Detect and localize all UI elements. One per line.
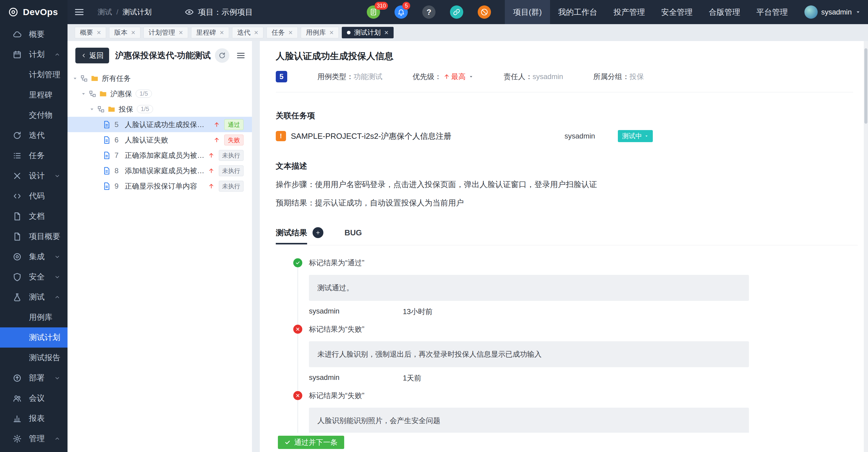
sidebar-item-overview[interactable]: 概要 <box>0 24 67 44</box>
test-case-icon <box>102 136 111 144</box>
tree-node-huhuibao[interactable]: 沪惠保 1/5 <box>67 86 252 102</box>
result-meta: sysadmin 13小时前 <box>309 307 858 316</box>
test-case-icon <box>102 151 111 160</box>
test-case-row[interactable]: 9 正确显示投保订单内容 未执行 <box>67 178 252 194</box>
sidebar-item-label: 集成 <box>29 251 44 262</box>
related-task-link[interactable]: SAMPLE-PROJECT-i2s2-沪惠保个人信息注册 <box>291 131 452 142</box>
hamburger-icon[interactable] <box>74 7 84 17</box>
tab-bug[interactable]: BUG <box>344 228 362 237</box>
breadcrumb-parent[interactable]: 测试 <box>98 7 112 17</box>
case-label: 正确显示投保订单内容 <box>125 181 206 191</box>
result-comment: 未进行人脸识别，强制退出后，再次登录时投保人信息显示已成功输入 <box>309 341 749 367</box>
active-tab-dot <box>347 31 350 34</box>
quick-link-button[interactable] <box>450 5 463 19</box>
close-tab-icon[interactable]: × <box>220 29 224 36</box>
sidebar-item-tasks[interactable]: 任务 <box>0 145 67 166</box>
todo-list-button[interactable]: 310 <box>367 5 380 19</box>
close-tab-icon[interactable]: × <box>131 29 135 36</box>
sidebar-item-deliverables[interactable]: 交付物 <box>0 105 67 125</box>
file-icon <box>13 232 22 241</box>
sidebar-group-security[interactable]: 安全 <box>0 267 67 287</box>
sidebar-item-iteration[interactable]: 迭代 <box>0 125 67 145</box>
sidebar-item-reports[interactable]: 报表 <box>0 408 67 428</box>
test-case-row[interactable]: 5 人脸认证成功生成投保人信... 通过 <box>67 117 252 132</box>
pass-and-next-button[interactable]: 通过并下一条 <box>278 436 344 449</box>
help-button[interactable]: ? <box>422 5 435 19</box>
sidebar-item-project-summary[interactable]: 项目概要 <box>0 226 67 247</box>
footer-action-bar: 通过并下一条 <box>260 433 864 452</box>
sidebar-item-meetings[interactable]: 会议 <box>0 388 67 408</box>
close-tab-icon[interactable]: × <box>384 29 389 36</box>
add-result-button[interactable] <box>313 227 323 238</box>
tab-plan-management[interactable]: 计划管理 × <box>144 27 188 38</box>
result-entry-head: 标记结果为“失败” <box>293 391 858 400</box>
sidebar-group-test[interactable]: 测试 <box>0 287 67 307</box>
caret-down-icon <box>81 91 86 96</box>
tree-panel-menu-icon[interactable] <box>236 51 245 60</box>
app-logo[interactable]: DevOps <box>0 0 67 24</box>
sidebar-group-deploy[interactable]: 部署 <box>0 368 67 388</box>
case-id: 9 <box>115 182 125 190</box>
nav-item-release-mgmt[interactable]: 投产管理 <box>606 0 653 24</box>
tab-overview[interactable]: 概要 × <box>75 27 106 38</box>
sidebar-item-label: 报表 <box>29 413 44 424</box>
description-heading: 文本描述 <box>276 161 858 171</box>
notification-count-badge: 5 <box>402 2 410 10</box>
tree-panel-header: 返回 沪惠保投保迭代-功能测试 <box>67 41 252 68</box>
result-meta: sysadmin 1天前 <box>309 373 858 383</box>
refresh-button[interactable] <box>215 48 229 63</box>
tab-test-plan[interactable]: 测试计划 × <box>342 27 394 38</box>
sidebar-group-plan[interactable]: 计划 <box>0 44 67 64</box>
nav-item-platform-mgmt[interactable]: 平台管理 <box>748 0 796 24</box>
nav-item-workbench[interactable]: 我的工作台 <box>550 0 606 24</box>
close-tab-icon[interactable]: × <box>254 29 258 36</box>
test-case-icon <box>102 167 111 175</box>
sidebar-item-plan-management[interactable]: 计划管理 <box>0 64 67 85</box>
status-badge: 未执行 <box>219 165 244 176</box>
sidebar-item-case-library[interactable]: 用例库 <box>0 307 67 328</box>
sidebar-item-label: 管理 <box>29 433 44 444</box>
case-id: 5 <box>115 120 125 129</box>
progress-pill: 1/5 <box>135 90 152 98</box>
close-tab-icon[interactable]: × <box>97 29 101 36</box>
blocklist-button[interactable] <box>478 5 491 19</box>
tree-node-toubao[interactable]: 投保 1/5 <box>67 102 252 117</box>
user-menu[interactable]: sysadmin <box>804 5 861 19</box>
tab-test-results[interactable]: 测试结果 <box>276 227 307 238</box>
vertical-scrollbar[interactable] <box>864 41 868 452</box>
sidebar-group-integration[interactable]: 集成 <box>0 247 67 267</box>
tab-version[interactable]: 版本 × <box>109 27 141 38</box>
tab-milestone[interactable]: 里程碑 × <box>191 27 229 38</box>
nav-item-security-mgmt[interactable]: 安全管理 <box>653 0 701 24</box>
tab-tasks[interactable]: 任务 × <box>267 27 298 38</box>
sidebar-item-label: 概要 <box>29 29 44 39</box>
tree-node-label: 投保 <box>119 105 133 114</box>
sidebar-group-design[interactable]: 设计 <box>0 166 67 186</box>
sidebar-item-code[interactable]: 代码 <box>0 186 67 206</box>
sidebar-item-docs[interactable]: 文档 <box>0 206 67 226</box>
sidebar-item-test-plan[interactable]: 测试计划 <box>0 328 67 347</box>
scrollbar-thumb[interactable] <box>864 48 867 124</box>
test-case-row[interactable]: 8 添加错误家庭成员为被保人 未执行 <box>67 163 252 178</box>
task-status-dropdown[interactable]: 测试中 <box>618 130 653 142</box>
test-case-row[interactable]: 6 人脸认证失败 失败 <box>67 132 252 147</box>
close-tab-icon[interactable]: × <box>179 29 183 36</box>
sidebar-item-label: 任务 <box>29 150 44 161</box>
back-button[interactable]: 返回 <box>75 48 109 63</box>
nav-item-projects[interactable]: 项目(群) <box>505 0 550 24</box>
nav-item-version-mgmt[interactable]: 合版管理 <box>701 0 748 24</box>
project-selector[interactable]: 项目：示例项目 <box>185 7 253 18</box>
sidebar-item-test-report[interactable]: 测试报告 <box>0 347 67 368</box>
sidebar-group-admin[interactable]: 管理 <box>0 428 67 449</box>
test-case-row[interactable]: 7 正确添加家庭成员为被保人 未执行 <box>67 147 252 163</box>
breadcrumb: 测试 / 测试计划 <box>98 7 152 17</box>
tab-case-library[interactable]: 用例库 × <box>301 27 339 38</box>
notifications-button[interactable]: 5 <box>395 5 408 19</box>
tree-node-all-tasks[interactable]: 所有任务 <box>67 70 252 86</box>
sidebar-item-milestone[interactable]: 里程碑 <box>0 85 67 105</box>
close-tab-icon[interactable]: × <box>330 29 334 36</box>
status-badge: 未执行 <box>219 150 244 161</box>
close-tab-icon[interactable]: × <box>288 29 293 36</box>
tab-iteration[interactable]: 迭代 × <box>232 27 264 38</box>
priority-select[interactable]: 优先级： 最高 <box>412 72 473 82</box>
